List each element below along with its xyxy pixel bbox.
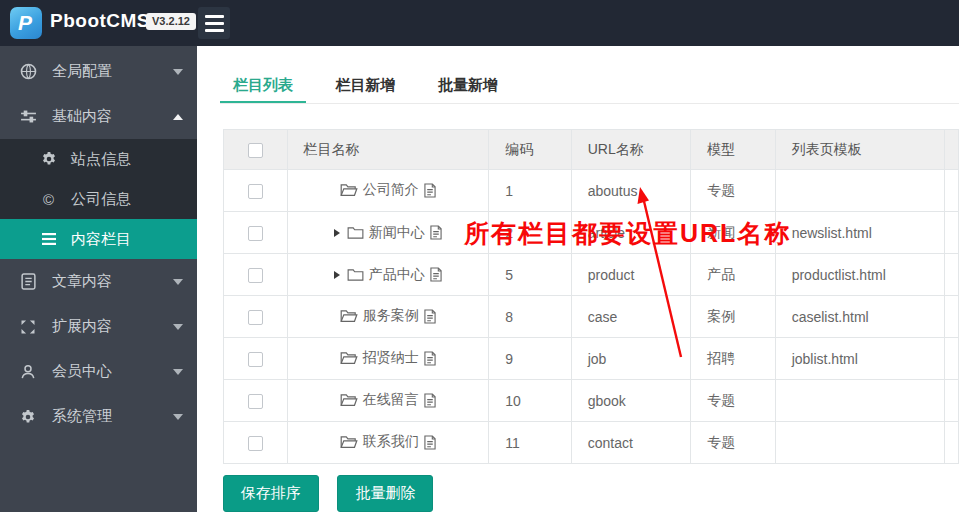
sidebar-item-site-info[interactable]: 站点信息 [0,139,197,179]
sidebar-item-company-info[interactable]: © 公司信息 [0,179,197,219]
sidebar-item-global-config[interactable]: 全局配置 [0,49,197,94]
sidebar-item-label: 公司信息 [71,190,131,209]
copyright-icon: © [40,191,57,208]
column-url-value: gbook [571,380,690,422]
chevron-down-icon [173,69,183,75]
sidebar-item-label: 扩展内容 [52,317,173,336]
sidebar-item-member-center[interactable]: 会员中心 [0,349,197,394]
chevron-up-icon [173,114,183,120]
tab-batch-add[interactable]: 批量新增 [425,70,511,103]
column-model-value: 专题 [691,422,775,464]
column-model-value: 产品 [691,254,775,296]
sliders-icon [19,108,37,126]
sidebar-item-label: 内容栏目 [71,230,131,249]
topbar: P PbootCMS V3.2.12 [0,0,959,46]
table-row: 公司简介 1 aboutus 专题 [224,170,959,212]
column-code-value: 11 [489,422,572,464]
sidebar-item-label: 系统管理 [52,407,173,426]
sidebar-toggle-button[interactable] [198,7,230,39]
column-clipped-value [945,170,959,212]
column-template-value [775,380,944,422]
sidebar-item-system-manage[interactable]: 系统管理 [0,394,197,439]
sidebar: 全局配置 基础内容 站点信息 © 公司信息 内容栏目 [0,46,197,512]
tab-column-add[interactable]: 栏目新增 [322,70,408,103]
column-template-value: productlist.html [775,254,944,296]
doc-icon[interactable] [430,267,442,282]
column-code-value: 5 [489,254,572,296]
sidebar-item-label: 文章内容 [52,272,173,291]
sidebar-item-extended-content[interactable]: 扩展内容 [0,304,197,349]
tab-column-list[interactable]: 栏目列表 [220,70,306,103]
folder-closed-icon [347,268,364,282]
sidebar-item-label: 站点信息 [71,150,131,169]
basic-content-submenu: 站点信息 © 公司信息 内容栏目 [0,139,197,259]
doc-icon[interactable] [424,351,436,366]
row-checkbox[interactable] [248,184,263,199]
column-name-label: 在线留言 [363,391,419,409]
row-checkbox[interactable] [248,352,263,367]
sidebar-item-label: 基础内容 [52,107,173,126]
column-url-value: job [571,338,690,380]
column-clipped-value [945,296,959,338]
doc-icon[interactable] [430,225,442,240]
row-checkbox[interactable] [248,268,263,283]
table-header-row: 栏目名称 编码 URL名称 模型 列表页模板 [224,130,959,170]
table-row: 产品中心 5 product 产品 productlist.html [224,254,959,296]
column-template-value: joblist.html [775,338,944,380]
table-row: 服务案例 8 case 案例 caselist.html [224,296,959,338]
brand-title: PbootCMS [50,10,150,32]
select-all-checkbox[interactable] [248,143,263,158]
column-name-label: 招贤纳士 [363,349,419,367]
table-row: 招贤纳士 9 job 招聘 joblist.html [224,338,959,380]
column-name-label: 联系我们 [363,433,419,451]
table-row: 在线留言 10 gbook 专题 [224,380,959,422]
chevron-down-icon [173,279,183,285]
column-url-value: aboutus [571,170,690,212]
folder-open-icon [340,393,358,407]
expand-triangle-icon[interactable] [334,271,340,279]
folder-open-icon [340,309,358,323]
sidebar-item-article-content[interactable]: 文章内容 [0,259,197,304]
column-code-value: 9 [489,338,572,380]
columns-table: 栏目名称 编码 URL名称 模型 列表页模板 [223,129,959,464]
column-url-value: case [571,296,690,338]
sidebar-item-content-columns[interactable]: 内容栏目 [0,219,197,259]
list-icon [40,231,57,248]
expand-icon [19,318,37,336]
column-header-code: 编码 [489,130,572,170]
column-clipped-value [945,338,959,380]
save-sort-button[interactable]: 保存排序 [223,475,319,512]
column-template-value: newslist.html [775,212,944,254]
column-header-model: 模型 [691,130,775,170]
row-checkbox[interactable] [248,310,263,325]
row-checkbox[interactable] [248,226,263,241]
version-badge: V3.2.12 [146,13,196,30]
column-name-label: 服务案例 [363,307,419,325]
doc-icon[interactable] [424,309,436,324]
sidebar-item-basic-content[interactable]: 基础内容 [0,94,197,139]
doc-icon[interactable] [424,435,436,450]
document-icon [19,273,37,291]
pbootcms-logo-icon: P [10,7,42,39]
column-name-label: 新闻中心 [369,224,425,242]
column-header-name: 栏目名称 [287,130,489,170]
column-model-value: 专题 [691,170,775,212]
column-name-label: 产品中心 [369,266,425,284]
doc-icon[interactable] [424,183,436,198]
expand-triangle-icon[interactable] [334,229,340,237]
user-icon [19,363,37,381]
column-header-clipped [945,130,959,170]
doc-icon[interactable] [424,393,436,408]
column-clipped-value [945,422,959,464]
folder-open-icon [340,435,358,449]
chevron-down-icon [173,414,183,420]
batch-delete-button[interactable]: 批量删除 [337,475,433,512]
folder-closed-icon [347,226,364,240]
column-template-value [775,170,944,212]
column-header-template: 列表页模板 [775,130,944,170]
annotation-text: 所有栏目都要设置URL名称 [464,217,791,250]
table-actions: 保存排序 批量删除 [223,475,447,512]
row-checkbox[interactable] [248,436,263,451]
table-row: 联系我们 11 contact 专题 [224,422,959,464]
row-checkbox[interactable] [248,394,263,409]
